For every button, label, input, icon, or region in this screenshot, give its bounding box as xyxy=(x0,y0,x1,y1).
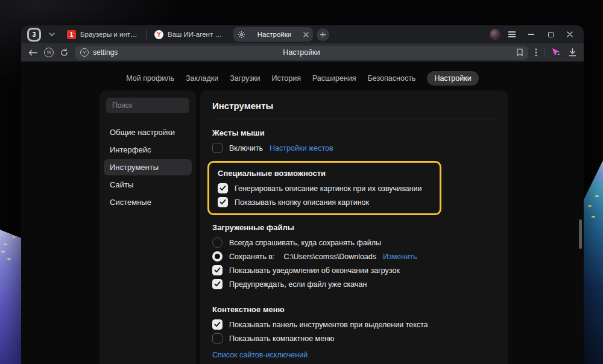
settings-main-panel: Инструменты Жесты мыши Включить Настройк… xyxy=(200,90,508,364)
download-path: C:\Users\comss\Downloads xyxy=(284,253,377,261)
sidebar-item-sites[interactable]: Сайты xyxy=(104,177,192,193)
tab-count: 3 xyxy=(29,30,39,40)
window-close-button[interactable] xyxy=(562,28,578,41)
context-menu-header: Контекстное меню xyxy=(212,305,496,314)
accessibility-header: Специальные возможности xyxy=(218,169,431,178)
sidebar-item-system[interactable]: Системные xyxy=(104,194,192,210)
yandex-favicon-icon: Y xyxy=(154,30,163,39)
settings-page: Мой профиль Закладки Загрузки История Ра… xyxy=(21,61,584,364)
alice-assistant-icon[interactable] xyxy=(551,48,562,57)
selection-toolbar-checkbox[interactable] xyxy=(212,319,223,330)
download-notifications-label: Показывать уведомления об окончании загр… xyxy=(229,266,400,275)
toolbar-separator xyxy=(544,48,545,57)
nav-history[interactable]: История xyxy=(271,74,300,83)
show-description-button-checkbox[interactable] xyxy=(218,197,228,207)
settings-nav: Мой профиль Закладки Загрузки История Ра… xyxy=(21,71,584,86)
gestures-enable-checkbox[interactable] xyxy=(212,143,223,153)
wallpaper-right-shape xyxy=(583,160,603,364)
red-site-favicon-icon: 1 xyxy=(67,30,76,39)
address-toolbar: Я Y settings Настройки xyxy=(21,43,584,61)
tab-counter-button[interactable]: 3 xyxy=(27,28,41,42)
browser-window: 3 1 Браузеры и интернет. Ск Y Ваш ИИ-аге… xyxy=(21,25,584,364)
gear-icon xyxy=(238,31,245,39)
downloads-header: Загруженные файлы xyxy=(212,223,496,232)
compact-menu-checkbox[interactable] xyxy=(212,333,223,344)
change-path-link[interactable]: Изменить xyxy=(383,253,417,261)
url-bar[interactable]: Y settings Настройки xyxy=(75,46,528,60)
more-options-dots-icon[interactable] xyxy=(535,48,537,57)
page-section-title: Инструменты xyxy=(212,101,496,111)
save-to-radio[interactable] xyxy=(212,251,223,262)
sidebar-item-general[interactable]: Общие настройки xyxy=(104,124,192,140)
tab-bar: 3 1 Браузеры и интернет. Ск Y Ваш ИИ-аге… xyxy=(21,25,584,43)
warn-already-downloaded-checkbox[interactable] xyxy=(212,279,223,289)
ask-where-to-save-radio[interactable] xyxy=(212,237,223,248)
divider xyxy=(212,119,496,119)
new-tab-button[interactable] xyxy=(317,28,329,41)
tab-title: Ваш ИИ-агент альфа в Ян xyxy=(168,31,226,38)
profile-avatar[interactable] xyxy=(490,29,500,40)
generate-descriptions-checkbox[interactable] xyxy=(218,183,228,193)
tab-title: Настройки xyxy=(257,31,291,38)
downloads-icon[interactable] xyxy=(569,48,576,57)
sidebar-item-tools[interactable]: Инструменты xyxy=(104,159,192,175)
nav-extensions[interactable]: Расширения xyxy=(312,74,356,83)
gestures-enable-label: Включить xyxy=(229,144,263,152)
selection-toolbar-label: Показывать панель инструментов при выдел… xyxy=(229,321,428,329)
yandex-id-icon[interactable]: Я xyxy=(44,48,54,57)
settings-sidebar: Общие настройки Интерфейс Инструменты Са… xyxy=(99,90,196,364)
tab-close-icon[interactable] xyxy=(303,32,309,37)
search-input[interactable] xyxy=(106,98,189,113)
site-exceptions-link[interactable]: Список сайтов-исключений xyxy=(212,351,308,359)
tab-ai-agent[interactable]: Y Ваш ИИ-агент альфа в Ян xyxy=(150,27,230,42)
compact-menu-label: Показывать компактное меню xyxy=(229,334,334,343)
page-title: Настройки xyxy=(283,48,320,57)
warn-already-downloaded-label: Предупреждать, если файл уже скачан xyxy=(229,280,367,289)
site-badge-icon: Y xyxy=(80,48,89,57)
url-text: settings xyxy=(93,48,118,57)
nav-security[interactable]: Безопасность xyxy=(368,74,416,83)
refresh-icon[interactable] xyxy=(60,48,68,57)
browser-menu-icon[interactable] xyxy=(504,28,520,41)
tab-browsers-internet[interactable]: 1 Браузеры и интернет. Ск xyxy=(63,27,142,42)
desktop-background: 3 1 Браузеры и интернет. Ск Y Ваш ИИ-аге… xyxy=(0,0,603,364)
scrollbar-thumb[interactable] xyxy=(579,219,582,249)
bookmark-icon[interactable] xyxy=(516,48,523,59)
window-maximize-button[interactable] xyxy=(543,28,558,41)
accessibility-highlight-box: Специальные возможности Генерировать опи… xyxy=(207,161,441,215)
download-notifications-checkbox[interactable] xyxy=(212,265,223,275)
tab-settings-active[interactable]: Настройки xyxy=(233,27,313,42)
tab-title: Браузеры и интернет. Ск xyxy=(80,31,138,38)
wallpaper-left-shape xyxy=(0,224,22,364)
generate-descriptions-label: Генерировать описание картинок при их оз… xyxy=(235,184,421,193)
sidebar-item-interface[interactable]: Интерфейс xyxy=(104,142,192,158)
nav-downloads[interactable]: Загрузки xyxy=(230,74,260,83)
tab-list-chevron-down-icon[interactable] xyxy=(45,28,59,41)
save-to-label: Сохранять в: xyxy=(229,253,275,261)
nav-bookmarks[interactable]: Закладки xyxy=(186,74,218,83)
nav-settings-active[interactable]: Настройки xyxy=(427,71,478,86)
nav-my-profile[interactable]: Мой профиль xyxy=(126,74,174,83)
tab-separator xyxy=(146,30,147,39)
ask-where-to-save-label: Всегда спрашивать, куда сохранять файлы xyxy=(229,239,381,247)
window-minimize-button[interactable] xyxy=(523,28,539,41)
gestures-header: Жесты мыши xyxy=(212,128,496,137)
back-arrow-icon[interactable] xyxy=(28,49,37,56)
gestures-settings-link[interactable]: Настройки жестов xyxy=(270,144,333,152)
show-description-button-label: Показывать кнопку описания картинок xyxy=(235,198,369,207)
